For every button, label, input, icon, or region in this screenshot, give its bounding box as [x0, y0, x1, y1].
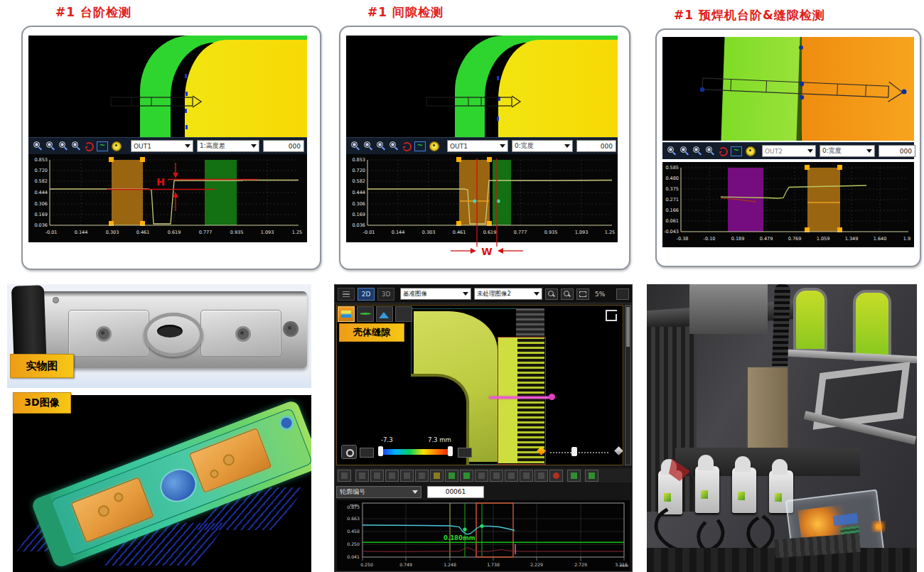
output-select-value: OUT1 [134, 143, 151, 150]
settings-gear-icon[interactable] [746, 146, 756, 156]
settings-gear-icon[interactable] [429, 141, 439, 151]
roi-box-purple[interactable] [728, 168, 763, 232]
zoom-fit-icon[interactable] [705, 146, 714, 156]
toolbar-icon[interactable] [460, 470, 473, 482]
expand-icon-2 [606, 314, 617, 321]
profile-graph-icon[interactable]: ~ [97, 141, 108, 151]
zoom-percent: 5% [595, 291, 605, 298]
toolbar-icon[interactable] [355, 470, 369, 482]
svg-text:-0.01: -0.01 [45, 230, 58, 235]
scale-mode-icon[interactable] [360, 448, 374, 458]
base-image-value: 基准图像 [403, 290, 427, 298]
toolbar-icon[interactable] [385, 470, 399, 482]
mode-select[interactable]: 0:宽度 [512, 140, 573, 152]
reset-view-icon[interactable] [718, 146, 727, 156]
render3d-panel: 3D图像 [7, 391, 311, 572]
surface-view-icon[interactable] [376, 306, 393, 322]
height-image-icon[interactable] [338, 306, 355, 322]
profile-number-dropdown[interactable]: 轮廓编号 [336, 486, 421, 498]
base-image-dropdown[interactable]: 基准图像 [400, 288, 471, 300]
profile-number-field[interactable]: 00061 [427, 486, 484, 498]
settings-gear-icon[interactable] [112, 141, 122, 151]
profile-graph-icon[interactable]: ~ [731, 146, 742, 156]
layout-menu-icon[interactable] [338, 288, 355, 301]
mode-select[interactable]: 1:高度差 [197, 140, 259, 152]
rotation-slider-track[interactable] [550, 452, 608, 453]
zoom-in-icon[interactable] [33, 141, 42, 151]
step-panel-card: ~ OUT1 1:高度差 000 H 0.8530.7200.58 [21, 26, 321, 270]
zoom-area-icon[interactable] [376, 141, 385, 151]
zoom-in-icon[interactable] [545, 288, 558, 300]
rotation-slider-handle[interactable] [571, 447, 577, 456]
zoom-fit-icon[interactable] [389, 141, 398, 151]
picker-icon[interactable] [395, 306, 412, 322]
chevron-down-icon [534, 292, 539, 296]
output-select[interactable]: OUT2 [762, 145, 816, 157]
zoom-in-icon[interactable] [350, 141, 360, 151]
measurement-roi-arrow[interactable] [697, 74, 910, 108]
value-field[interactable]: 000 [576, 140, 616, 152]
roi-box-reference[interactable] [493, 160, 511, 225]
toolbar-icon[interactable] [520, 470, 533, 482]
comb-stripes-gray [516, 308, 544, 338]
toolbar-icon[interactable] [475, 470, 488, 482]
roi-box-measure[interactable] [459, 160, 490, 225]
measurement-roi-arrow[interactable] [426, 95, 525, 109]
blue-speck [186, 125, 188, 129]
output-select[interactable]: OUT1 [447, 140, 508, 152]
toolbar-icon[interactable] [338, 470, 351, 482]
svg-text:0.585: 0.585 [665, 165, 679, 171]
scale-reset-icon[interactable] [458, 448, 472, 458]
toolbar-icon[interactable] [505, 470, 518, 482]
svg-text:2.229: 2.229 [530, 562, 543, 567]
svg-text:0.306: 0.306 [352, 201, 365, 207]
reset-view-icon[interactable] [84, 141, 93, 151]
profile-graph-icon[interactable]: ~ [414, 141, 426, 151]
toolbar-icon[interactable] [445, 470, 458, 482]
toolbar-icon[interactable] [400, 470, 414, 482]
report-icon[interactable] [585, 470, 598, 482]
measure-region-outline [498, 337, 546, 465]
measurement-roi-arrow[interactable] [110, 95, 206, 109]
zoom-out-icon[interactable] [363, 141, 372, 151]
scale-handle-min[interactable] [378, 446, 383, 456]
zoom-out-icon[interactable] [45, 141, 55, 151]
roi-box-measure[interactable] [807, 168, 840, 232]
zoom-area-icon[interactable] [692, 146, 702, 156]
mode-select[interactable]: 0:宽度 [820, 145, 875, 157]
display-settings-icon[interactable] [341, 445, 357, 459]
zoom-fit-icon[interactable] [576, 288, 589, 300]
zoom-in-icon[interactable] [667, 146, 676, 156]
zoom-area-icon[interactable] [58, 141, 68, 151]
svg-text:1.248: 1.248 [444, 562, 456, 567]
svg-text:1.059: 1.059 [817, 236, 830, 242]
output-select[interactable]: OUT1 [131, 140, 193, 152]
value-field[interactable]: 000 [263, 140, 304, 152]
svg-text:0.169: 0.169 [34, 212, 48, 217]
toolbar-icon[interactable] [430, 470, 444, 482]
toolbar-icon[interactable] [370, 470, 384, 482]
record-icon[interactable] [549, 470, 563, 482]
export-icon[interactable] [567, 470, 581, 482]
tab-3d[interactable]: 3D [377, 288, 394, 301]
zoom-out-icon[interactable] [679, 146, 689, 156]
svg-text:0.303: 0.303 [422, 230, 436, 235]
scale-handle-max[interactable] [448, 446, 453, 456]
scrollbar-thumb[interactable] [626, 307, 630, 347]
processed-image-dropdown[interactable]: 未处理图像2 [474, 288, 542, 300]
toolbar-icon[interactable] [415, 470, 429, 482]
zoom-out-icon[interactable] [561, 288, 574, 300]
profile-wave-icon[interactable] [357, 306, 374, 322]
zoom-fit-icon[interactable] [71, 141, 80, 151]
toolbar-icon[interactable] [490, 470, 503, 482]
tab-2d[interactable]: 2D [358, 288, 375, 301]
reset-view-icon[interactable] [402, 141, 411, 151]
value-field[interactable]: 000 [879, 145, 915, 157]
roi-box-measure[interactable] [112, 160, 143, 225]
roi-box-reference[interactable] [205, 160, 237, 225]
user-icon[interactable] [616, 288, 629, 300]
vertical-scrollbar[interactable] [625, 305, 631, 465]
marker-diamond-gray[interactable] [614, 446, 623, 455]
svg-text:1.9: 1.9 [903, 236, 910, 242]
toolbar-icon[interactable] [534, 470, 548, 482]
